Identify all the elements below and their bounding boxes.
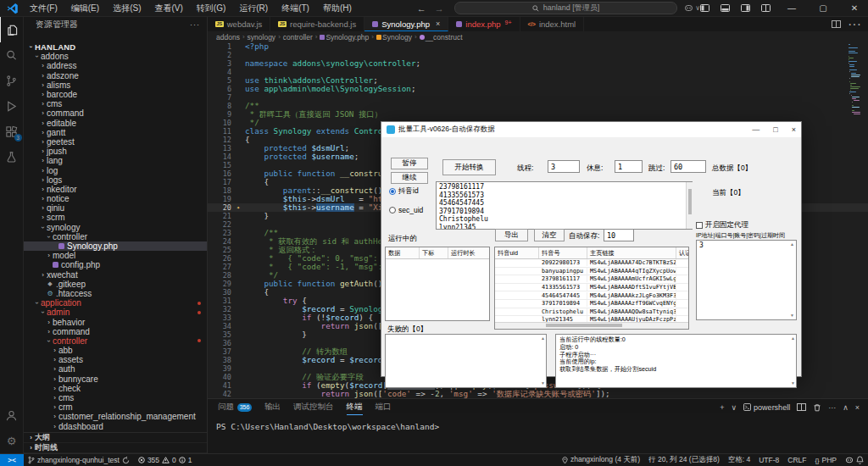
encoding[interactable]: UTF-8	[754, 456, 783, 464]
table-row[interactable]: banyuapingpuMS4wLjABAAAA4qTIgZXycpUowcka…	[495, 268, 688, 276]
terminal-prompt[interactable]: PS C:\Users\Hanland\Desktop\workspace\ha…	[208, 415, 868, 431]
tree-item[interactable]: ›barcode	[24, 90, 207, 99]
skip-input[interactable]	[670, 160, 706, 173]
panel-more-icon[interactable]: ···	[828, 403, 836, 412]
tree-item[interactable]: ›command	[24, 108, 207, 118]
tree-item[interactable]: ◆.gitkeep	[24, 280, 207, 289]
tree-item[interactable]: ›notice	[24, 194, 207, 203]
tree-item[interactable]: ›synology	[24, 223, 207, 232]
scroll-down-icon[interactable]: ▼	[789, 313, 795, 319]
copilot-menu[interactable]: ∨	[684, 3, 700, 13]
tree-item[interactable]: ›assets	[24, 355, 207, 364]
tree-item[interactable]: config.php	[24, 260, 207, 269]
id-list-textarea[interactable]: 23798161117 41335561573 45464547445 3791…	[436, 181, 693, 230]
tab-close-icon[interactable]: ×	[436, 19, 440, 28]
tree-item[interactable]: ›auth	[24, 364, 207, 374]
editor-tab-index-php[interactable]: index.php9+	[448, 17, 520, 31]
split-terminal-icon[interactable]	[797, 403, 806, 411]
pause-button[interactable]: 暂停	[391, 158, 428, 169]
test-explorer-activity-icon[interactable]	[0, 144, 24, 169]
git-blame[interactable]: zhangxinlong (4 天前)	[558, 455, 644, 465]
running-table[interactable]: 数据下标运行时长	[385, 247, 490, 321]
explorer-activity-icon[interactable]	[0, 17, 24, 42]
panel-close-icon[interactable]: ×	[855, 403, 860, 412]
eol[interactable]: CRLF	[783, 456, 810, 464]
fixed-proxy-checkbox[interactable]: 开启固定代理	[696, 220, 748, 230]
source-control-activity-icon[interactable]	[0, 68, 24, 93]
tree-item[interactable]: ›abb	[24, 346, 207, 355]
split-editor-icon[interactable]	[832, 20, 841, 28]
table-row[interactable]: 41335561573MS4wLjABAAAADftS1vuFYtjVBOpz.…	[495, 284, 688, 292]
close-button[interactable]: ✕	[844, 3, 865, 13]
export-button[interactable]: 导出	[495, 229, 528, 241]
clear-button[interactable]: 清空	[534, 229, 565, 241]
settings-gear-icon[interactable]: ⚙	[0, 428, 24, 453]
maximize-button[interactable]: ▢	[813, 3, 833, 13]
terminal-dropdown-icon[interactable]: ∨	[732, 403, 737, 412]
dialog-titlebar[interactable]: 批量工具-v0626-自动保存数据 — □ ×	[381, 122, 801, 137]
tree-item[interactable]: ›adszone	[24, 71, 207, 80]
tree-item[interactable]: ›behavior	[24, 317, 207, 326]
panel-tab-调试控制台[interactable]: 调试控制台	[293, 399, 334, 415]
terminal-instance-powershell[interactable]: powershell	[743, 403, 790, 412]
minimize-button[interactable]: —	[782, 3, 802, 13]
cursor-position[interactable]: 行 20, 列 24 (已选择8)	[644, 455, 724, 465]
tree-item[interactable]: ›HANLAND	[24, 42, 207, 52]
table-row[interactable]: 20922980173MS4wLjABAAAA74Dc7BTKTBzSZeOm.…	[495, 259, 688, 268]
start-convert-button[interactable]: 开始转换	[442, 159, 496, 175]
tree-item[interactable]: ›controller	[24, 232, 207, 241]
menu-item[interactable]: 选择(S)	[107, 2, 147, 15]
editor-more-actions-icon[interactable]: ···	[848, 17, 861, 32]
problems-status[interactable]: 355 0 1	[134, 456, 197, 464]
tree-item[interactable]: ›geetest	[24, 137, 207, 147]
new-terminal-icon[interactable]: +	[720, 403, 724, 412]
tree-item[interactable]: ›logs	[24, 175, 207, 185]
resume-button[interactable]: 继续	[391, 172, 428, 184]
tree-item[interactable]: ›cms	[24, 99, 207, 108]
dialog-close-button[interactable]: ×	[792, 125, 796, 134]
sec-uid-radio[interactable]: sec_uid	[389, 206, 423, 214]
back-arrow-icon[interactable]: ←	[417, 3, 426, 14]
menu-item[interactable]: 终端(T)	[275, 2, 315, 15]
tree-item[interactable]: ›address	[24, 61, 207, 70]
tree-item[interactable]: ›controller	[24, 336, 207, 346]
tree-item[interactable]: ›log	[24, 165, 207, 175]
panel-tab-问题[interactable]: 问题356	[218, 399, 252, 415]
tree-item[interactable]: ›crm	[24, 402, 207, 412]
failed-listbox[interactable]	[385, 334, 547, 388]
run-debug-activity-icon[interactable]	[0, 93, 24, 119]
tree-item[interactable]: ›addons	[24, 52, 207, 61]
proxy-textarea[interactable]: 3	[696, 240, 797, 320]
panel-maximize-icon[interactable]: ∧	[843, 403, 849, 412]
language[interactable]: {}PHP	[811, 456, 842, 464]
toggle-panel-icon[interactable]	[721, 4, 730, 12]
tree-item[interactable]: ›cms	[24, 393, 207, 402]
explorer-section-timeline[interactable]: ›时间线	[24, 443, 207, 453]
editor-tab-require-backend-js[interactable]: JSrequire-backend.js	[270, 17, 364, 31]
menu-item[interactable]: 运行(R)	[233, 2, 274, 15]
menu-item[interactable]: 转到(G)	[191, 2, 231, 15]
breadcrumb-item[interactable]: Synology.php	[320, 33, 369, 42]
result-table-hscrollbar[interactable]	[495, 322, 688, 329]
panel-tab-终端[interactable]: 终端	[347, 399, 363, 415]
customize-layout-icon[interactable]	[761, 4, 771, 12]
editor-tab-webdav-js[interactable]: JSwebdav.js	[208, 17, 270, 31]
menu-item[interactable]: 查看(V)	[148, 2, 188, 15]
tree-item[interactable]: ›xwechat	[24, 270, 207, 280]
scroll-up-icon[interactable]: ▲	[789, 241, 795, 247]
breadcrumb-item[interactable]: controller	[283, 33, 313, 42]
tree-item[interactable]: ›gantt	[24, 128, 207, 137]
extensions-activity-icon[interactable]: 3	[0, 119, 24, 144]
lightbulb-icon[interactable]: ✦	[231, 203, 245, 212]
toggle-secondary-sidebar-icon[interactable]	[741, 4, 750, 12]
tree-item[interactable]: ⚙.htaccess	[24, 289, 207, 298]
breadcrumb-item[interactable]: synology	[248, 33, 276, 42]
autosave-input[interactable]	[604, 229, 634, 241]
editor-tab-index-html[interactable]: </>index.html	[520, 17, 585, 31]
tree-item[interactable]: ›check	[24, 384, 207, 393]
result-table[interactable]: 抖音uid抖音号主页链接认证20922980173MS4wLjABAAAA74D…	[494, 247, 689, 330]
breadcrumb-item[interactable]: __construct	[420, 33, 463, 42]
tree-item[interactable]: ›ddashboard	[24, 422, 207, 431]
dialog-maximize-button[interactable]: □	[773, 125, 777, 134]
scroll-up-icon[interactable]: ▲	[790, 336, 796, 341]
